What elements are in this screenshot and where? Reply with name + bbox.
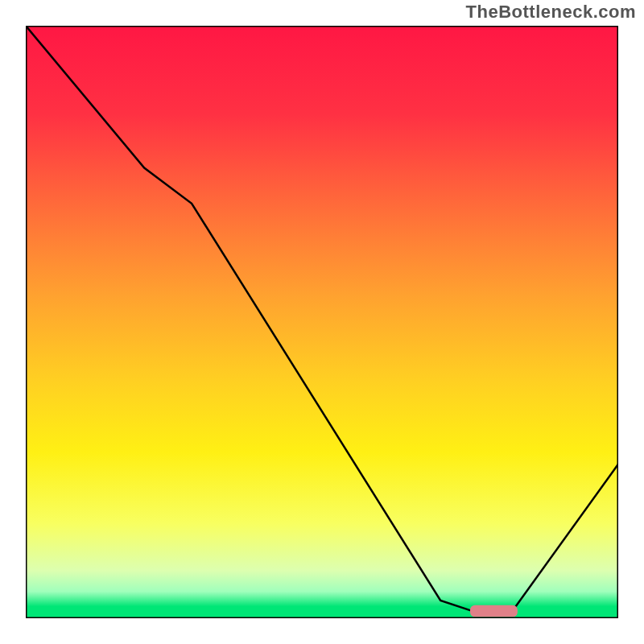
chart-svg — [26, 26, 618, 618]
chart-container: TheBottleneck.com — [0, 0, 644, 644]
watermark-text: TheBottleneck.com — [466, 2, 636, 23]
optimal-range-marker — [470, 605, 518, 617]
chart-background — [26, 26, 618, 618]
chart-plot-area — [26, 26, 618, 618]
